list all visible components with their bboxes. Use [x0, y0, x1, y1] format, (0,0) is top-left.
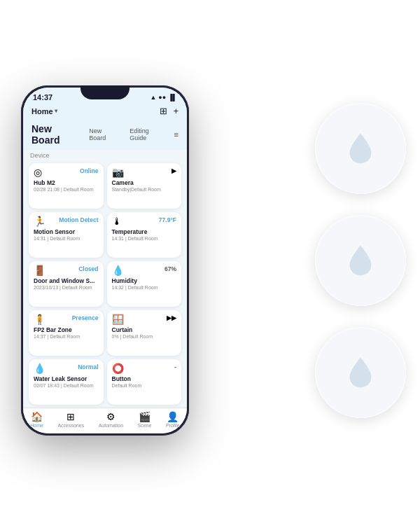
device-name-8: Water Leak Sensor — [34, 375, 99, 382]
device-status-9: - — [174, 363, 176, 370]
board-tab-2[interactable]: Editing Guide — [127, 126, 169, 143]
device-card-7[interactable]: 🪟▶▶Curtain0% | Default Room — [107, 310, 182, 356]
top-nav: Home ▾ ⊞ + — [23, 104, 187, 120]
device-date-7: 0% | Default Room — [112, 334, 177, 339]
scene: 14:37 ▲ ●● ▐▌ Home ▾ ⊞ + — [0, 0, 420, 521]
nav-icon-automation: ⚙ — [106, 412, 115, 422]
phone-screen: 14:37 ▲ ●● ▐▌ Home ▾ ⊞ + — [23, 88, 187, 433]
section-label: Device — [23, 150, 187, 160]
device-card-1[interactable]: 📷▶CameraStandby|Default Room — [107, 163, 182, 209]
nav-item-automation[interactable]: ⚙Automation — [99, 412, 123, 428]
board-title: New Board — [31, 123, 82, 146]
drop-icon-2 — [346, 243, 374, 278]
device-status-7: ▶▶ — [167, 314, 176, 321]
nav-icon-scene: 🎬 — [139, 412, 150, 422]
device-icon-2: 🏃 — [34, 216, 46, 226]
device-name-1: Camera — [112, 179, 177, 186]
device-status-4: Closed — [78, 265, 98, 272]
device-card-0[interactable]: ◎OnlineHub M202/28 21:08 | Default Room — [29, 163, 104, 209]
nav-label-automation: Automation — [99, 423, 123, 428]
device-date-8: 02/07 18:43 | Default Room — [34, 383, 99, 388]
nav-label-scene: Scene — [138, 423, 152, 428]
device-card-9[interactable]: ⭕-ButtonDefault Room — [107, 359, 182, 405]
add-icon[interactable]: + — [173, 106, 178, 116]
board-menu-icon[interactable]: ≡ — [174, 130, 178, 139]
nav-item-accessories[interactable]: ⊞Accessories — [57, 412, 84, 428]
status-time: 14:37 — [33, 93, 52, 102]
device-card-5[interactable]: 💧67%Humidity14:32 | Default Room — [107, 261, 182, 307]
sensor-circle-1 — [315, 103, 406, 194]
nav-icon-profile: 👤 — [167, 412, 178, 422]
nav-item-scene[interactable]: 🎬Scene — [138, 412, 152, 428]
status-icons: ▲ ●● ▐▌ — [150, 94, 177, 101]
nav-icon-home: 🏠 — [31, 412, 43, 422]
device-card-3[interactable]: 🌡77.9°FTemperature14:31 | Default Room — [107, 212, 182, 258]
device-date-5: 14:32 | Default Room — [112, 285, 177, 290]
grid-icon[interactable]: ⊞ — [160, 106, 167, 116]
device-name-4: Door and Window S... — [34, 277, 99, 284]
chevron-down-icon: ▾ — [55, 108, 57, 114]
device-name-2: Motion Sensor — [34, 228, 99, 235]
bottom-nav: 🏠Home⊞Accessories⚙Automation🎬Scene👤Profi… — [23, 408, 187, 433]
sensor-circle-2 — [315, 215, 406, 306]
home-text: Home — [31, 107, 53, 116]
device-icon-8: 💧 — [34, 363, 46, 373]
device-icon-7: 🪟 — [112, 314, 124, 324]
device-date-1: Standby|Default Room — [112, 187, 177, 192]
device-date-2: 14:31 | Default Room — [34, 236, 99, 241]
device-icon-4: 🚪 — [34, 265, 46, 275]
wifi-icon: ▲ — [150, 94, 156, 101]
nav-label-profile: Profile — [166, 423, 180, 428]
device-date-3: 14:31 | Default Room — [112, 236, 177, 241]
nav-label-home: Home — [30, 423, 43, 428]
device-name-5: Humidity — [112, 277, 177, 284]
device-status-8: Normal — [78, 363, 98, 370]
device-name-9: Button — [112, 375, 177, 382]
device-icon-6: 🧍 — [34, 314, 46, 324]
phone: 14:37 ▲ ●● ▐▌ Home ▾ ⊞ + — [21, 85, 189, 436]
device-date-0: 02/28 21:08 | Default Room — [34, 187, 99, 192]
device-name-7: Curtain — [112, 326, 177, 333]
device-date-6: 14:37 | Default Room — [34, 334, 99, 339]
drop-icon-3 — [346, 355, 374, 390]
nav-icon-accessories: ⊞ — [66, 412, 75, 422]
device-card-2[interactable]: 🏃Motion DetectMotion Sensor14:31 | Defau… — [29, 212, 104, 258]
device-grid: ◎OnlineHub M202/28 21:08 | Default Room📷… — [23, 160, 187, 408]
device-icon-9: ⭕ — [112, 363, 124, 373]
home-nav-label[interactable]: Home ▾ — [31, 107, 57, 116]
drop-icon-1 — [346, 131, 374, 166]
device-status-5: 67% — [164, 265, 176, 272]
device-name-6: FP2 Bar Zone — [34, 326, 99, 333]
device-status-6: Presence — [72, 314, 99, 321]
device-card-6[interactable]: 🧍PresenceFP2 Bar Zone14:37 | Default Roo… — [29, 310, 104, 356]
board-tab-1[interactable]: New Board — [86, 126, 122, 143]
nav-item-home[interactable]: 🏠Home — [30, 412, 43, 428]
sensor-circle-3 — [315, 327, 406, 418]
board-nav: New Board New Board Editing Guide ≡ — [23, 120, 187, 150]
device-date-9: Default Room — [112, 383, 177, 388]
phone-notch — [80, 85, 130, 99]
device-icon-3: 🌡 — [112, 216, 122, 226]
device-icon-1: 📷 — [112, 167, 124, 177]
device-card-8[interactable]: 💧NormalWater Leak Sensor02/07 18:43 | De… — [29, 359, 104, 405]
device-card-4[interactable]: 🚪ClosedDoor and Window S...2023/10/13 | … — [29, 261, 104, 307]
signal-icon: ●● — [158, 94, 166, 101]
device-date-4: 2023/10/13 | Default Room — [34, 285, 99, 290]
battery-icon: ▐▌ — [168, 94, 177, 101]
device-name-0: Hub M2 — [34, 179, 99, 186]
nav-label-accessories: Accessories — [57, 423, 84, 428]
sensors-right — [315, 103, 406, 418]
device-status-1: ▶ — [172, 167, 176, 174]
device-name-3: Temperature — [112, 228, 177, 235]
device-icon-5: 💧 — [112, 265, 124, 275]
device-icon-0: ◎ — [34, 167, 42, 177]
nav-item-profile[interactable]: 👤Profile — [166, 412, 180, 428]
device-status-0: Online — [80, 167, 98, 174]
device-status-3: 77.9°F — [159, 216, 176, 223]
nav-actions: ⊞ + — [160, 106, 178, 116]
device-status-2: Motion Detect — [59, 216, 98, 223]
